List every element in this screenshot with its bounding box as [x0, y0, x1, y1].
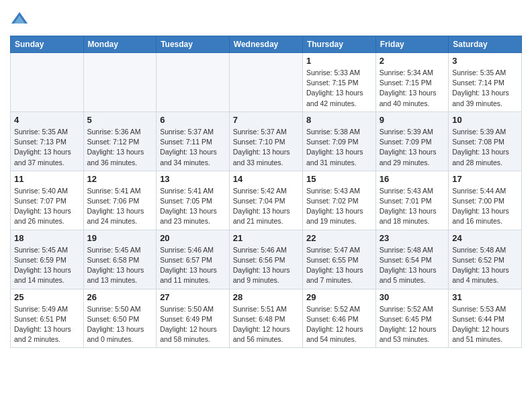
calendar-cell: 31Sunrise: 5:53 AM Sunset: 6:44 PM Dayli… [449, 289, 522, 348]
day-info: Sunrise: 5:43 AM Sunset: 7:01 PM Dayligh… [380, 186, 445, 227]
calendar-cell: 22Sunrise: 5:47 AM Sunset: 6:55 PM Dayli… [302, 230, 375, 289]
calendar-cell: 24Sunrise: 5:48 AM Sunset: 6:52 PM Dayli… [449, 230, 522, 289]
calendar-cell: 16Sunrise: 5:43 AM Sunset: 7:01 PM Dayli… [375, 171, 448, 230]
logo [10, 10, 32, 29]
calendar-cell: 11Sunrise: 5:40 AM Sunset: 7:07 PM Dayli… [11, 171, 84, 230]
day-number: 25 [14, 292, 80, 302]
day-info: Sunrise: 5:36 AM Sunset: 7:12 PM Dayligh… [87, 127, 153, 168]
day-info: Sunrise: 5:46 AM Sunset: 6:57 PM Dayligh… [160, 245, 226, 286]
day-number: 8 [306, 115, 372, 125]
weekday-header: Saturday [449, 36, 522, 53]
calendar-cell: 15Sunrise: 5:43 AM Sunset: 7:02 PM Dayli… [302, 171, 375, 230]
calendar-cell: 5Sunrise: 5:36 AM Sunset: 7:12 PM Daylig… [83, 111, 157, 171]
day-number: 7 [233, 115, 299, 125]
day-info: Sunrise: 5:41 AM Sunset: 7:05 PM Dayligh… [160, 186, 226, 227]
day-number: 19 [87, 233, 153, 243]
day-info: Sunrise: 5:53 AM Sunset: 6:44 PM Dayligh… [452, 304, 518, 345]
calendar-cell [229, 53, 302, 112]
day-number: 18 [14, 233, 80, 243]
day-number: 26 [87, 292, 153, 302]
calendar-cell: 13Sunrise: 5:41 AM Sunset: 7:05 PM Dayli… [157, 171, 230, 230]
day-number: 31 [452, 292, 518, 302]
day-info: Sunrise: 5:37 AM Sunset: 7:10 PM Dayligh… [233, 127, 299, 168]
day-info: Sunrise: 5:52 AM Sunset: 6:45 PM Dayligh… [380, 304, 445, 345]
day-number: 16 [380, 174, 445, 184]
calendar-cell: 10Sunrise: 5:39 AM Sunset: 7:08 PM Dayli… [449, 111, 522, 171]
day-number: 22 [306, 233, 372, 243]
day-number: 12 [87, 174, 153, 184]
day-number: 28 [233, 292, 299, 302]
day-number: 1 [306, 56, 372, 66]
day-number: 5 [87, 115, 153, 125]
weekday-header-row: SundayMondayTuesdayWednesdayThursdayFrid… [11, 36, 522, 53]
day-number: 6 [160, 115, 226, 125]
logo-icon [10, 10, 29, 29]
calendar-week-row: 18Sunrise: 5:45 AM Sunset: 6:59 PM Dayli… [11, 230, 522, 289]
day-info: Sunrise: 5:51 AM Sunset: 6:48 PM Dayligh… [233, 304, 299, 345]
day-info: Sunrise: 5:48 AM Sunset: 6:54 PM Dayligh… [380, 245, 445, 286]
day-info: Sunrise: 5:35 AM Sunset: 7:14 PM Dayligh… [452, 68, 518, 109]
calendar-cell: 26Sunrise: 5:50 AM Sunset: 6:50 PM Dayli… [83, 289, 157, 348]
calendar-week-row: 4Sunrise: 5:35 AM Sunset: 7:13 PM Daylig… [11, 111, 522, 171]
calendar-cell [157, 53, 230, 112]
calendar-cell [83, 53, 157, 112]
calendar-week-row: 25Sunrise: 5:49 AM Sunset: 6:51 PM Dayli… [11, 289, 522, 348]
day-info: Sunrise: 5:34 AM Sunset: 7:15 PM Dayligh… [380, 68, 445, 109]
day-info: Sunrise: 5:47 AM Sunset: 6:55 PM Dayligh… [306, 245, 372, 286]
calendar-cell: 29Sunrise: 5:52 AM Sunset: 6:46 PM Dayli… [302, 289, 375, 348]
day-number: 30 [380, 292, 445, 302]
calendar-cell: 19Sunrise: 5:45 AM Sunset: 6:58 PM Dayli… [83, 230, 157, 289]
calendar-cell: 17Sunrise: 5:44 AM Sunset: 7:00 PM Dayli… [449, 171, 522, 230]
day-info: Sunrise: 5:43 AM Sunset: 7:02 PM Dayligh… [306, 186, 372, 227]
day-info: Sunrise: 5:40 AM Sunset: 7:07 PM Dayligh… [14, 186, 80, 227]
day-number: 20 [160, 233, 226, 243]
calendar-cell: 4Sunrise: 5:35 AM Sunset: 7:13 PM Daylig… [11, 111, 84, 171]
calendar-cell: 9Sunrise: 5:39 AM Sunset: 7:09 PM Daylig… [375, 111, 448, 171]
calendar-cell: 8Sunrise: 5:38 AM Sunset: 7:09 PM Daylig… [302, 111, 375, 171]
day-number: 14 [233, 174, 299, 184]
calendar-cell: 21Sunrise: 5:46 AM Sunset: 6:56 PM Dayli… [229, 230, 302, 289]
day-number: 15 [306, 174, 372, 184]
calendar-cell: 27Sunrise: 5:50 AM Sunset: 6:49 PM Dayli… [157, 289, 230, 348]
day-info: Sunrise: 5:39 AM Sunset: 7:09 PM Dayligh… [380, 127, 445, 168]
day-info: Sunrise: 5:39 AM Sunset: 7:08 PM Dayligh… [452, 127, 518, 168]
day-info: Sunrise: 5:48 AM Sunset: 6:52 PM Dayligh… [452, 245, 518, 286]
day-info: Sunrise: 5:45 AM Sunset: 6:59 PM Dayligh… [14, 245, 80, 286]
day-number: 21 [233, 233, 299, 243]
day-info: Sunrise: 5:46 AM Sunset: 6:56 PM Dayligh… [233, 245, 299, 286]
calendar-cell: 3Sunrise: 5:35 AM Sunset: 7:14 PM Daylig… [449, 53, 522, 112]
day-info: Sunrise: 5:38 AM Sunset: 7:09 PM Dayligh… [306, 127, 372, 168]
day-number: 13 [160, 174, 226, 184]
calendar-cell: 12Sunrise: 5:41 AM Sunset: 7:06 PM Dayli… [83, 171, 157, 230]
weekday-header: Thursday [302, 36, 375, 53]
calendar-cell: 6Sunrise: 5:37 AM Sunset: 7:11 PM Daylig… [157, 111, 230, 171]
day-info: Sunrise: 5:42 AM Sunset: 7:04 PM Dayligh… [233, 186, 299, 227]
day-number: 9 [380, 115, 445, 125]
calendar-week-row: 1Sunrise: 5:33 AM Sunset: 7:15 PM Daylig… [11, 53, 522, 112]
weekday-header: Monday [83, 36, 157, 53]
day-info: Sunrise: 5:50 AM Sunset: 6:50 PM Dayligh… [87, 304, 153, 345]
calendar-cell: 14Sunrise: 5:42 AM Sunset: 7:04 PM Dayli… [229, 171, 302, 230]
day-info: Sunrise: 5:44 AM Sunset: 7:00 PM Dayligh… [452, 186, 518, 227]
day-info: Sunrise: 5:52 AM Sunset: 6:46 PM Dayligh… [306, 304, 372, 345]
day-info: Sunrise: 5:45 AM Sunset: 6:58 PM Dayligh… [87, 245, 153, 286]
day-info: Sunrise: 5:41 AM Sunset: 7:06 PM Dayligh… [87, 186, 153, 227]
day-number: 27 [160, 292, 226, 302]
calendar-cell: 23Sunrise: 5:48 AM Sunset: 6:54 PM Dayli… [375, 230, 448, 289]
calendar-week-row: 11Sunrise: 5:40 AM Sunset: 7:07 PM Dayli… [11, 171, 522, 230]
day-info: Sunrise: 5:50 AM Sunset: 6:49 PM Dayligh… [160, 304, 226, 345]
day-number: 17 [452, 174, 518, 184]
weekday-header: Tuesday [157, 36, 230, 53]
day-number: 4 [14, 115, 80, 125]
calendar-cell: 7Sunrise: 5:37 AM Sunset: 7:10 PM Daylig… [229, 111, 302, 171]
page-header [10, 10, 522, 29]
calendar-cell: 2Sunrise: 5:34 AM Sunset: 7:15 PM Daylig… [375, 53, 448, 112]
calendar-cell: 18Sunrise: 5:45 AM Sunset: 6:59 PM Dayli… [11, 230, 84, 289]
calendar-cell [11, 53, 84, 112]
day-number: 29 [306, 292, 372, 302]
weekday-header: Wednesday [229, 36, 302, 53]
weekday-header: Sunday [11, 36, 84, 53]
calendar-cell: 30Sunrise: 5:52 AM Sunset: 6:45 PM Dayli… [375, 289, 448, 348]
day-info: Sunrise: 5:33 AM Sunset: 7:15 PM Dayligh… [306, 68, 372, 109]
calendar-cell: 1Sunrise: 5:33 AM Sunset: 7:15 PM Daylig… [302, 53, 375, 112]
